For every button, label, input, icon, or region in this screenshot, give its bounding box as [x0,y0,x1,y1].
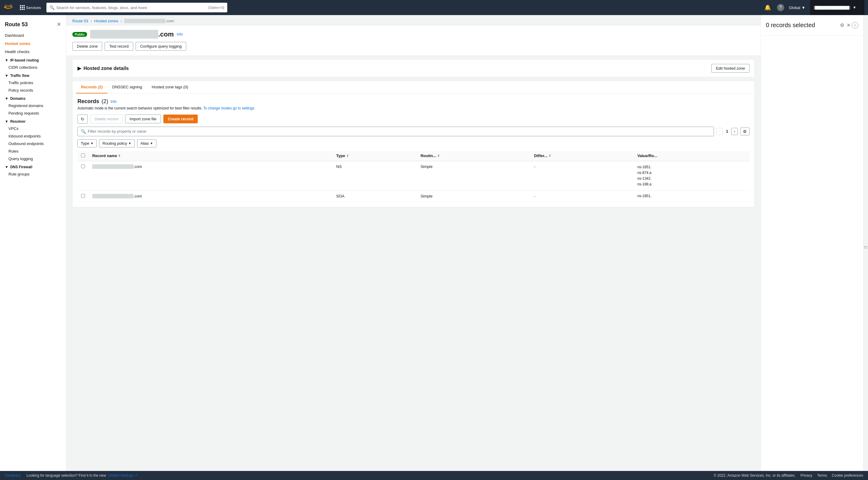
services-menu-button[interactable]: Services [18,4,43,11]
account-menu[interactable]: ████████████████ ▼ [810,0,864,15]
breadcrumb-hosted-zones[interactable]: Hosted zones [94,19,119,23]
sidebar-item-policy-records[interactable]: Policy records [0,87,66,94]
record-value-cell: ns-1851.ns-874.ans-1342.ns-188.a [634,161,749,190]
sidebar-item-cidr[interactable]: CIDR collections [0,64,66,71]
pagination-prev-button[interactable]: ‹ [716,128,723,135]
record-routing-cell: Simple [417,161,530,190]
bottom-bar: Feedback Looking for language selection?… [0,471,868,480]
tab-zone-tags[interactable]: Hosted zone tags (0) [147,81,193,93]
edit-hosted-zone-button[interactable]: Edit hosted zone [711,64,749,73]
sort-icon[interactable]: ⬇ [346,154,349,157]
sort-icon[interactable]: ⬇ [118,154,121,157]
sort-icon[interactable]: ⬇ [437,154,440,157]
right-panel-close-button[interactable]: ✕ [845,21,852,29]
import-zone-file-button[interactable]: Import zone file [125,115,161,123]
breadcrumb-current: ██████████████.com [124,19,174,23]
col-type: Type ⬇ [333,151,417,161]
record-name-cell: ██████████████.com [89,190,333,202]
sidebar-item-vpcs[interactable]: VPCs [0,125,66,132]
filter-alias-dropdown[interactable]: Alias ▼ [137,139,156,147]
sidebar-item-outbound-endpoints[interactable]: Outbound endpoints [0,140,66,147]
tabs-container: Records (2) DNSSEC signing Hosted zone t… [72,81,755,207]
record-value-cell: ns-1851. [634,190,749,202]
privacy-link[interactable]: Privacy [801,473,812,478]
chevron-down-icon: ▼ [5,58,8,62]
test-record-button[interactable]: Test record [104,42,133,51]
records-toolbar: ↻ Delete record Import zone file Create … [78,115,749,124]
top-navigation: Services 🔍 [Option+S] 🔔 ? Global ▼ █████… [0,0,868,15]
sidebar-item-inbound-endpoints[interactable]: Inbound endpoints [0,132,66,140]
breadcrumb-route53[interactable]: Route 53 [72,19,88,23]
sidebar-section-dns-firewall[interactable]: ▼ DNS Firewall [0,162,66,170]
tab-records[interactable]: Records (2) [76,81,107,93]
chevron-down-icon: ▼ [801,5,805,10]
search-icon: 🔍 [50,5,55,10]
row-checkbox[interactable] [81,164,85,168]
sidebar-section-resolver[interactable]: ▼ Resolver [0,117,66,125]
footer-language-text: Looking for language selection? Find it … [27,473,106,478]
domain-title-row: Public ██████████████.com Info [72,30,755,38]
pagination-next-button[interactable]: › [731,128,738,135]
records-header: Records (2) Info [78,98,749,104]
search-input[interactable] [56,5,207,10]
action-buttons: Delete zone Test record Configure query … [72,42,755,51]
help-button[interactable]: ? [777,4,784,11]
breadcrumb: Route 53 › Hosted zones › ██████████████… [66,15,761,26]
row-checkbox[interactable] [81,194,85,198]
domain-info-link[interactable]: Info [177,32,183,36]
filter-type-dropdown[interactable]: Type ▼ [78,139,97,147]
search-input-wrapper: 🔍 [78,127,714,136]
configure-query-logging-button[interactable]: Configure query logging [135,42,186,51]
select-all-checkbox[interactable] [81,153,85,157]
sidebar-item-rules[interactable]: Rules [0,147,66,155]
change-modes-link[interactable]: To change modes go to settings. [203,106,255,110]
right-panel-body [761,36,863,480]
search-shortcut: [Option+S] [209,6,224,9]
sidebar: Route 53 ✕ Dashboard Hosted zones Health… [0,15,66,480]
global-label: Global [789,5,801,10]
search-bar-row: 🔍 ‹ 1 › ⚙ [78,127,749,136]
global-selector[interactable]: Global ▼ [789,5,805,10]
right-panel-header: 0 records selected ⚙ ✕ i [761,15,863,36]
notifications-button[interactable]: 🔔 [763,3,772,12]
sidebar-item-registered-domains[interactable]: Registered domains [0,102,66,110]
right-panel-info-button[interactable]: i [852,22,858,29]
sidebar-section-traffic-flow[interactable]: ▼ Traffic flow [0,71,66,79]
feedback-link[interactable]: Feedback [5,473,21,478]
aws-logo[interactable] [4,2,14,13]
panel-collapse-handle[interactable]: || [863,15,868,480]
filter-records-input[interactable] [88,129,711,133]
records-count: (2) [101,98,108,104]
sidebar-section-domains[interactable]: ▼ Domains [0,94,66,102]
sidebar-item-dashboard[interactable]: Dashboard [0,31,66,39]
right-panel-settings-button[interactable]: ⚙ [839,21,845,29]
domain-name: ██████████████.com [90,30,174,38]
sidebar-item-query-logging[interactable]: Query logging [0,155,66,162]
create-record-button[interactable]: Create record [163,115,198,123]
sidebar-close-button[interactable]: ✕ [57,21,61,28]
unified-settings-link[interactable]: Unified Settings ↗ [108,473,137,478]
sidebar-item-health-checks[interactable]: Health checks [0,48,66,56]
sidebar-item-pending-requests[interactable]: Pending requests [0,110,66,117]
footer-copyright: © 2022, Amazon Web Services, Inc. or its… [714,473,796,478]
sidebar-item-traffic-policies[interactable]: Traffic policies [0,79,66,87]
zone-details-title[interactable]: ▶ Hosted zone details [78,65,129,71]
chevron-down-icon: ▼ [5,96,8,101]
cookie-preferences-link[interactable]: Cookie preferences [832,473,863,478]
delete-zone-button[interactable]: Delete zone [72,42,102,51]
table-settings-button[interactable]: ⚙ [740,127,749,136]
record-type-cell: NS [333,161,417,190]
terms-link[interactable]: Terms [817,473,827,478]
zone-details-section: ▶ Hosted zone details Edit hosted zone [72,59,755,77]
footer-right: © 2022, Amazon Web Services, Inc. or its… [714,473,863,478]
delete-record-button[interactable]: Delete record [90,115,123,123]
sidebar-item-rule-groups[interactable]: Rule groups [0,170,66,178]
sidebar-item-hosted-zones[interactable]: Hosted zones [0,39,66,48]
sidebar-section-ip-routing[interactable]: ▼ IP-based routing [0,56,66,64]
tab-dnssec[interactable]: DNSSEC signing [107,81,147,93]
table-row: ██████████████.com SOA Simple - ns-1851. [78,190,749,202]
sort-icon[interactable]: ⬇ [549,154,551,157]
records-info-link[interactable]: Info [111,99,117,104]
refresh-button[interactable]: ↻ [78,115,88,124]
filter-routing-policy-dropdown[interactable]: Routing policy ▼ [99,139,135,147]
